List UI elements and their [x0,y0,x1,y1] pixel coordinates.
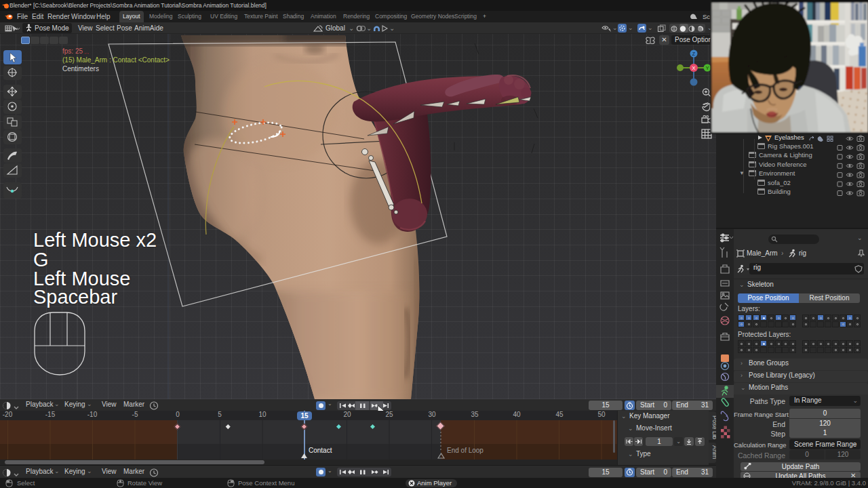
svg-text:Z: Z [692,52,696,56]
svg-text:Y: Y [706,66,709,70]
svg-text:X: X [692,65,695,71]
